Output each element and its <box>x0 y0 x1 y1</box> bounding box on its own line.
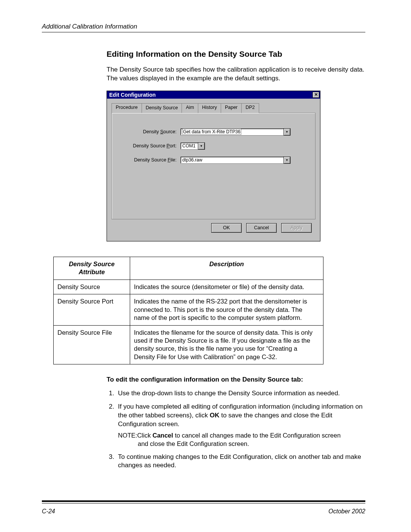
note: NOTE:Click Cancel to cancel all changes … <box>118 431 365 448</box>
table-header-attribute: Density Source Attribute <box>54 257 130 280</box>
density-source-file-combo[interactable]: dtp36.raw ▼ <box>180 157 291 164</box>
list-item: If you have completed all editing of con… <box>116 403 365 448</box>
section-title: Editing Information on the Density Sourc… <box>107 50 365 59</box>
apply-button[interactable]: Apply <box>281 223 312 233</box>
density-source-file-value: dtp36.raw <box>181 157 284 163</box>
table-row: Density Source Indicates the source (den… <box>54 280 323 294</box>
table-row: Density Source File Indicates the filena… <box>54 325 323 364</box>
dialog-titlebar: Edit Configuration ✕ <box>107 91 320 99</box>
density-source-value: Get data from X-Rite DTP36 <box>182 129 241 135</box>
tab-procedure[interactable]: Procedure <box>112 103 142 113</box>
label-density-source: Density Source: <box>119 129 180 134</box>
section-intro: The Density Source tab specifies how the… <box>107 66 365 83</box>
tab-aim[interactable]: Aim <box>182 103 198 113</box>
running-header: Additional Calibration Information <box>42 23 365 32</box>
chevron-down-icon[interactable]: ▼ <box>284 128 290 136</box>
list-item: Use the drop-down lists to change the De… <box>116 389 365 398</box>
label-density-source-file: Density Source File: <box>119 157 180 163</box>
dialog-title: Edit Configuration <box>109 92 156 98</box>
tab-paper[interactable]: Paper <box>221 103 242 113</box>
edit-configuration-dialog: Edit Configuration ✕ Procedure Density S… <box>107 91 320 241</box>
cancel-button[interactable]: Cancel <box>246 223 277 233</box>
tab-history[interactable]: History <box>198 103 221 113</box>
label-density-source-port: Density Source Port: <box>119 143 180 149</box>
table-header-description: Description <box>130 257 323 280</box>
chevron-down-icon[interactable]: ▼ <box>284 157 290 164</box>
list-item: To continue making changes to the Edit C… <box>116 453 365 470</box>
density-source-combo[interactable]: Get data from X-Rite DTP36 ▼ <box>180 128 291 136</box>
steps-list: Use the drop-down lists to change the De… <box>107 389 365 470</box>
tab-density-source[interactable]: Density Source <box>142 103 182 113</box>
footer-rule <box>42 500 365 503</box>
tab-panel-density-source: Density Source: Get data from X-Rite DTP… <box>112 113 315 219</box>
footer-date: October 2002 <box>328 508 365 515</box>
tab-dp2[interactable]: DP2 <box>241 103 259 113</box>
density-source-port-value: COM1 <box>181 143 198 149</box>
steps-heading: To edit the configuration information on… <box>107 376 365 383</box>
attribute-description-table: Density Source Attribute Description Den… <box>53 257 323 364</box>
chevron-down-icon[interactable]: ▼ <box>198 142 205 150</box>
page-footer: C-24 October 2002 <box>42 508 365 515</box>
ok-button[interactable]: OK <box>211 223 242 233</box>
table-row: Density Source Port Indicates the name o… <box>54 294 323 325</box>
density-source-port-combo[interactable]: COM1 ▼ <box>180 142 205 150</box>
page-number: C-24 <box>42 508 55 515</box>
tabstrip: Procedure Density Source Aim History Pap… <box>112 103 315 113</box>
close-icon[interactable]: ✕ <box>312 92 319 98</box>
